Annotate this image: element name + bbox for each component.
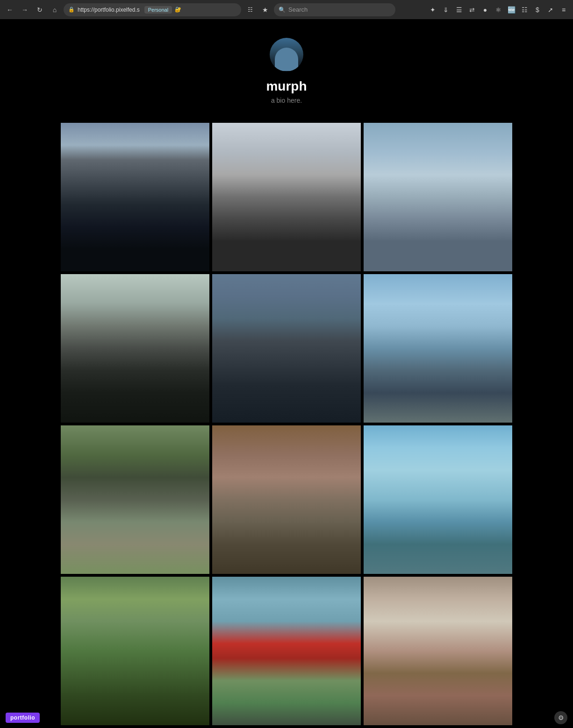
search-label: Search — [288, 6, 308, 13]
photo-7[interactable] — [61, 425, 209, 574]
forward-button[interactable]: → — [19, 4, 31, 16]
photo-1[interactable] — [61, 123, 209, 271]
photo-2[interactable] — [212, 123, 361, 271]
account-icon[interactable]: ● — [480, 4, 491, 15]
avatar[interactable] — [270, 38, 303, 71]
photo-9[interactable] — [364, 425, 512, 574]
photo-4[interactable] — [61, 274, 209, 423]
settings-button[interactable]: ⚙ — [554, 711, 567, 724]
extra-icon[interactable]: ☷ — [519, 4, 530, 15]
photo-12[interactable] — [364, 577, 512, 725]
photo-8[interactable] — [212, 425, 361, 574]
photo-3[interactable] — [364, 123, 512, 271]
settings-icon: ⚙ — [558, 714, 564, 721]
share-icon[interactable]: ➚ — [545, 4, 556, 15]
pocket-icon[interactable]: ✦ — [427, 4, 438, 15]
url-text: https://portfolio.pixelfed.s — [78, 7, 140, 13]
photo-10[interactable] — [61, 577, 209, 725]
search-icon: 🔍 — [279, 7, 286, 13]
tab-icon: 🔐 — [175, 7, 181, 13]
menu-icon[interactable]: ≡ — [558, 4, 569, 15]
photo-6[interactable] — [364, 274, 512, 423]
view-toggle[interactable]: ☷ — [244, 4, 256, 16]
photo-grid — [0, 113, 573, 728]
portfolio-badge[interactable]: portfolio — [6, 713, 40, 723]
bio: a bio here. — [271, 97, 302, 104]
reload-button[interactable]: ↻ — [34, 4, 46, 16]
toolbar-icons: ✦ ⇓ ☰ ⇄ ● ⚛ 🆕 ☷ $ ➚ ≡ — [427, 4, 569, 15]
badge-icon[interactable]: 🆕 — [506, 4, 517, 15]
bottom-bar: portfolio ⚙ — [0, 707, 573, 728]
extensions-icon[interactable]: ⚛ — [493, 4, 504, 15]
download-icon[interactable]: ⇓ — [440, 4, 451, 15]
browser-toolbar: ← → ↻ ⌂ 🔒 https://portfolio.pixelfed.s P… — [0, 0, 573, 19]
back-button[interactable]: ← — [4, 4, 16, 16]
photo-5[interactable] — [212, 274, 361, 423]
photo-11[interactable] — [212, 577, 361, 725]
lock-icon: 🔒 — [68, 7, 75, 13]
star-button[interactable]: ★ — [259, 4, 271, 16]
library-icon[interactable]: ☰ — [453, 4, 465, 15]
sync-icon[interactable]: ⇄ — [466, 4, 478, 15]
profile-section: murph a bio here. — [0, 19, 573, 113]
dollar-icon[interactable]: $ — [532, 4, 543, 15]
address-bar[interactable]: 🔒 https://portfolio.pixelfed.s Personal … — [64, 3, 241, 16]
page-content: murph a bio here. — [0, 19, 573, 728]
username: murph — [266, 79, 307, 94]
home-button[interactable]: ⌂ — [49, 4, 61, 16]
search-box[interactable]: 🔍 Search — [274, 3, 395, 16]
tab-label: Personal — [144, 6, 172, 14]
